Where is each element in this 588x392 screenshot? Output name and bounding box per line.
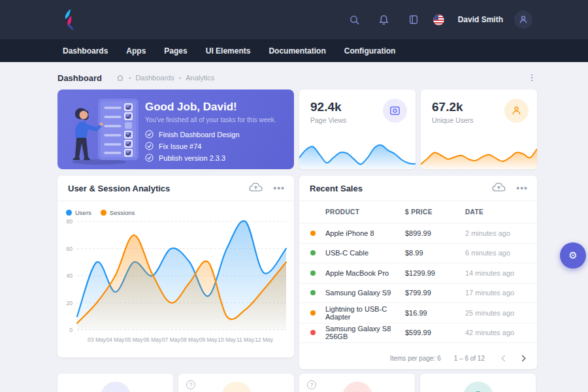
sparkline-chart bbox=[299, 127, 416, 169]
cell-product: Samsung Galaxy S8 256GB bbox=[325, 325, 405, 340]
cell-date: 42 minutes ago bbox=[465, 329, 537, 336]
cell-price: $899.99 bbox=[405, 229, 465, 237]
cell-price: $799.99 bbox=[405, 289, 465, 297]
cell-price: $1299.99 bbox=[405, 269, 465, 277]
nav-item-pages[interactable]: Pages bbox=[164, 46, 187, 56]
svg-text:09 May: 09 May bbox=[199, 336, 218, 343]
export-cloud-icon[interactable] bbox=[492, 182, 506, 195]
check-circle-icon bbox=[145, 130, 154, 139]
legend-dot-icon bbox=[66, 210, 72, 216]
breadcrumb-link[interactable]: Dashboards bbox=[135, 74, 174, 82]
nav-item-apps[interactable]: Apps bbox=[126, 46, 146, 56]
task-item: Finish Dashboard Design bbox=[145, 130, 294, 139]
svg-text:06 May: 06 May bbox=[143, 336, 162, 343]
check-circle-icon bbox=[145, 142, 154, 150]
check-circle-icon bbox=[145, 154, 154, 162]
language-flag-icon[interactable] bbox=[433, 14, 444, 25]
sales-pagination: Items per page: 6 1 – 6 of 12 bbox=[299, 347, 537, 369]
task-item: Fix Issue #74 bbox=[145, 142, 294, 150]
users-icon bbox=[504, 99, 529, 123]
mini-stat-card[interactable]: ? bbox=[178, 374, 294, 392]
cell-product: Lightning to USB-C Adapter bbox=[325, 305, 405, 321]
prev-page-chevron-icon[interactable] bbox=[500, 355, 506, 362]
welcome-title: Good Job, David! bbox=[145, 101, 294, 114]
sales-menu-kebab-icon[interactable]: ••• bbox=[516, 185, 528, 191]
sales-title: Recent Sales bbox=[310, 184, 363, 193]
bookmarks-icon[interactable] bbox=[404, 10, 423, 29]
analytics-card: User & Session Analytics ••• UsersSessio… bbox=[57, 176, 294, 357]
cell-price: $8.99 bbox=[405, 249, 465, 257]
help-icon[interactable]: ? bbox=[186, 380, 195, 389]
legend-label: Sessions bbox=[110, 209, 135, 216]
home-icon[interactable] bbox=[116, 74, 124, 82]
task-label: Finish Dashboard Design bbox=[159, 131, 240, 139]
next-page-chevron-icon[interactable] bbox=[521, 355, 527, 362]
task-item: Publish version 2.3.3 bbox=[145, 154, 294, 162]
svg-text:07 May: 07 May bbox=[162, 336, 181, 343]
status-dot-icon bbox=[310, 330, 316, 335]
analytics-title: User & Session Analytics bbox=[68, 184, 170, 193]
sparkline-chart bbox=[421, 127, 537, 169]
cell-date: 17 minutes ago bbox=[465, 289, 537, 297]
svg-text:08 May: 08 May bbox=[180, 336, 199, 343]
table-row[interactable]: Samsung Galaxy S9$799.9917 minutes ago bbox=[299, 284, 537, 304]
table-row[interactable]: USB-C Cable$8.996 minutes ago bbox=[299, 244, 537, 264]
help-icon[interactable]: ? bbox=[307, 380, 316, 389]
alert-icon bbox=[342, 382, 372, 392]
mini-stat-card[interactable]: ? bbox=[299, 374, 415, 392]
table-row[interactable]: Apple MacBook Pro$1299.9914 minutes ago bbox=[299, 263, 537, 284]
analytics-menu-kebab-icon[interactable]: ••• bbox=[273, 185, 285, 191]
cell-price: $599.99 bbox=[405, 329, 465, 336]
search-icon[interactable] bbox=[345, 10, 365, 29]
col-date: DATE bbox=[465, 208, 537, 216]
cell-product: USB-C Cable bbox=[325, 249, 405, 257]
status-dot-icon bbox=[310, 270, 316, 276]
svg-text:12 May: 12 May bbox=[255, 336, 274, 343]
theme-settings-fab[interactable]: ⚙ bbox=[560, 242, 586, 269]
legend-users: Users bbox=[66, 209, 91, 216]
app-logo-icon[interactable] bbox=[62, 8, 79, 31]
legend-label: Users bbox=[75, 209, 91, 216]
svg-text:60: 60 bbox=[67, 246, 73, 252]
user-avatar-icon[interactable] bbox=[514, 10, 532, 29]
svg-text:04 May: 04 May bbox=[106, 336, 125, 343]
chart-legend: UsersSessions bbox=[57, 201, 294, 216]
breadcrumb-link[interactable]: Analytics bbox=[186, 74, 214, 82]
status-dot-icon bbox=[310, 310, 316, 316]
page-title: Dashboard bbox=[57, 73, 102, 83]
nav-item-configuration[interactable]: Configuration bbox=[344, 46, 396, 56]
status-dot-icon bbox=[310, 231, 316, 236]
task-label: Publish version 2.3.3 bbox=[159, 154, 225, 162]
stat-card-unique-users[interactable]: 67.2kUnique Users bbox=[421, 90, 537, 169]
legend-sessions: Sessions bbox=[101, 209, 135, 216]
export-cloud-icon[interactable] bbox=[249, 182, 263, 195]
recent-sales-card: Recent Sales ••• PRODUCT $ PRICE DATE Ap… bbox=[299, 176, 537, 369]
checklist-illustration bbox=[67, 97, 144, 165]
cell-product: Apple iPhone 8 bbox=[325, 229, 405, 237]
welcome-card: Good Job, David! You've finished all of … bbox=[57, 90, 294, 169]
mini-stat-card[interactable] bbox=[57, 374, 173, 392]
mini-stat-card[interactable] bbox=[420, 374, 536, 392]
cell-date: 2 minutes ago bbox=[465, 229, 537, 237]
svg-text:03 May: 03 May bbox=[88, 336, 106, 343]
svg-text:80: 80 bbox=[67, 218, 73, 225]
top-header: David Smith bbox=[0, 0, 588, 39]
svg-text:05 May: 05 May bbox=[125, 336, 144, 343]
col-price: $ PRICE bbox=[405, 208, 465, 216]
notifications-bell-icon[interactable] bbox=[374, 10, 394, 29]
nav-item-documentation[interactable]: Documentation bbox=[269, 46, 325, 56]
main-nav: DashboardsAppsPagesUI ElementsDocumentat… bbox=[0, 39, 588, 62]
table-row[interactable]: Samsung Galaxy S8 256GB$599.9942 minutes… bbox=[299, 323, 537, 344]
page-options-kebab-icon[interactable]: ⋮ bbox=[527, 76, 537, 79]
nav-item-ui-elements[interactable]: UI Elements bbox=[206, 46, 251, 56]
nav-item-dashboards[interactable]: Dashboards bbox=[63, 46, 108, 56]
user-name: David Smith bbox=[458, 15, 503, 24]
sales-table-header: PRODUCT $ PRICE DATE bbox=[299, 201, 537, 223]
table-row[interactable]: Lightning to USB-C Adapter$16.9925 minut… bbox=[299, 303, 537, 323]
box-icon bbox=[221, 382, 252, 392]
stat-card-page-views[interactable]: 92.4kPage Views bbox=[299, 90, 416, 169]
cell-date: 14 minutes ago bbox=[465, 269, 537, 277]
table-row[interactable]: Apple iPhone 8$899.992 minutes ago bbox=[299, 223, 537, 244]
items-per-page[interactable]: Items per page: 6 bbox=[390, 355, 441, 362]
cell-product: Apple MacBook Pro bbox=[325, 269, 405, 277]
